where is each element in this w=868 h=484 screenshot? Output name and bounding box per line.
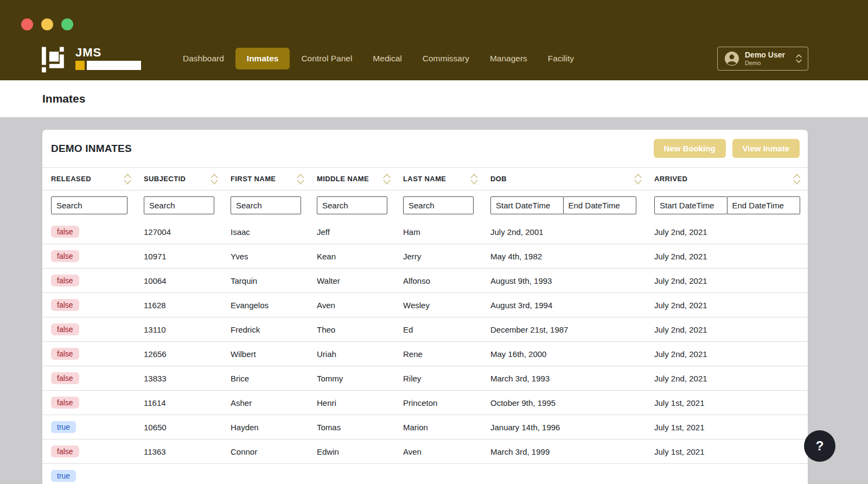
dob-cell: January 14th, 1996 [490, 423, 654, 432]
dob-cell: July 2nd, 2001 [490, 227, 654, 237]
nav-item-inmates[interactable]: Inmates [235, 48, 290, 69]
dob-cell: May 16th, 2000 [490, 349, 654, 359]
page-title-bar: Inmates [0, 80, 868, 117]
end-datetime-input-dob[interactable] [563, 196, 636, 214]
last-cell: Ed [403, 325, 490, 334]
nav-item-facility[interactable]: Facility [539, 48, 583, 69]
dob-cell: March 3rd, 1993 [490, 374, 654, 383]
column-label: SUBJECTID [144, 175, 186, 183]
app-title: JMS [75, 47, 141, 59]
released-cell: false [51, 275, 144, 286]
search-input-subjectid[interactable] [144, 196, 214, 214]
released-cell: false [51, 397, 144, 409]
table-body: false127004IsaacJeffHamJuly 2nd, 2001Jul… [42, 220, 808, 484]
arrived-cell: July 1st, 2021 [654, 398, 808, 407]
dob-cell: August 3rd, 1994 [490, 301, 654, 310]
middle-cell: Walter [317, 276, 403, 285]
nav-item-medical[interactable]: Medical [363, 48, 411, 69]
table-row[interactable]: false11628EvangelosAvenWesleyAugust 3rd,… [42, 293, 808, 317]
table-row[interactable]: false13110FredrickTheoEdDecember 21st, 1… [42, 317, 808, 342]
start-datetime-input-dob[interactable] [490, 196, 564, 214]
table-row[interactable]: false127004IsaacJeffHamJuly 2nd, 2001Jul… [42, 220, 808, 244]
sort-icon[interactable] [634, 173, 642, 185]
sort-icon[interactable] [470, 173, 478, 185]
end-datetime-input-arrived[interactable] [727, 196, 800, 214]
subjectid-cell: 10650 [144, 423, 231, 432]
status-badge: false [51, 348, 79, 360]
status-badge: true [51, 421, 76, 433]
middle-cell: Uriah [317, 349, 403, 359]
search-input-last-name[interactable] [403, 196, 474, 214]
nav-item-dashboard[interactable]: Dashboard [174, 48, 233, 69]
sort-icon[interactable] [793, 173, 801, 185]
released-cell: false [51, 323, 144, 335]
window-controls [21, 18, 73, 30]
panel-title: DEMO INMATES [51, 143, 132, 155]
search-input-middle-name[interactable] [317, 196, 387, 214]
status-badge: false [51, 323, 79, 335]
table-row[interactable]: false13833BriceTommyRileyMarch 3rd, 1993… [42, 366, 808, 391]
table-row[interactable]: true10650HaydenTomasMarionJanuary 14th, … [42, 415, 808, 440]
nav-item-commissary[interactable]: Commissary [413, 48, 478, 69]
subjectid-cell: 11363 [144, 447, 231, 456]
arrived-cell: July 2nd, 2021 [654, 349, 808, 359]
last-cell: Aven [403, 447, 490, 456]
jms-logo-icon [42, 47, 67, 73]
table-row[interactable]: false12656WilbertUriahReneMay 16th, 2000… [42, 342, 808, 366]
user-menu[interactable]: Demo User Demo [717, 47, 808, 71]
table-row[interactable]: false10064TarquinWalterAlfonsoAugust 9th… [42, 269, 808, 293]
page-title: Inmates [42, 92, 85, 105]
sort-icon[interactable] [123, 173, 132, 185]
sort-icon[interactable] [210, 173, 219, 185]
middle-cell: Edwin [317, 447, 403, 456]
last-cell: Marion [403, 423, 490, 432]
sort-icon[interactable] [382, 173, 391, 185]
table-row[interactable]: false11363ConnorEdwinAvenMarch 3rd, 1999… [42, 440, 808, 464]
search-input-first-name[interactable] [231, 196, 301, 214]
status-badge: false [51, 226, 79, 238]
view-inmate-button[interactable]: View Inmate [732, 139, 800, 158]
table-row[interactable]: false11614AsherHenriPrincetonOctober 9th… [42, 391, 808, 415]
column-label: FIRST NAME [231, 175, 276, 183]
window-maximize-button[interactable] [61, 18, 73, 30]
subjectid-cell: 13110 [144, 325, 231, 334]
arrived-cell: July 2nd, 2021 [654, 301, 808, 310]
last-cell: Rene [403, 349, 490, 359]
status-badge: false [51, 250, 79, 262]
released-cell: false [51, 372, 144, 384]
released-cell: false [51, 445, 144, 457]
new-booking-button[interactable]: New Booking [654, 139, 726, 158]
status-badge: false [51, 275, 79, 286]
subjectid-cell: 10064 [144, 276, 231, 285]
filter-cell [490, 196, 654, 214]
table-row[interactable]: false10971YvesKeanJerryMay 4th, 1982July… [42, 244, 808, 269]
first-cell: Fredrick [231, 325, 317, 334]
search-input-released[interactable] [51, 196, 127, 214]
help-button[interactable]: ? [804, 430, 835, 462]
middle-cell: Kean [317, 252, 403, 261]
middle-cell: Jeff [317, 227, 403, 237]
column-label: ARRIVED [654, 175, 687, 183]
last-cell: Princeton [403, 398, 490, 407]
user-avatar-icon [724, 51, 739, 66]
arrived-cell: July 2nd, 2021 [654, 252, 808, 261]
user-name: Demo User [745, 51, 795, 59]
window-close-button[interactable] [21, 18, 33, 30]
column-label: RELEASED [51, 175, 91, 183]
window-minimize-button[interactable] [41, 18, 53, 30]
nav-item-managers[interactable]: Managers [481, 48, 537, 69]
start-datetime-input-arrived[interactable] [654, 196, 727, 214]
first-cell: Connor [231, 447, 317, 456]
released-cell: true [51, 470, 144, 482]
last-cell: Jerry [403, 252, 490, 261]
column-header-last-name: LAST NAME [403, 168, 490, 190]
status-badge: false [51, 299, 79, 311]
first-cell: Evangelos [231, 301, 317, 310]
arrived-cell: July 1st, 2021 [654, 447, 808, 456]
arrived-cell: July 2nd, 2021 [654, 227, 808, 237]
sort-icon[interactable] [296, 173, 305, 185]
table-row[interactable]: true [42, 464, 808, 484]
status-badge: true [51, 470, 76, 482]
nav-item-control-panel[interactable]: Control Panel [292, 48, 361, 69]
last-cell: Riley [403, 374, 490, 383]
